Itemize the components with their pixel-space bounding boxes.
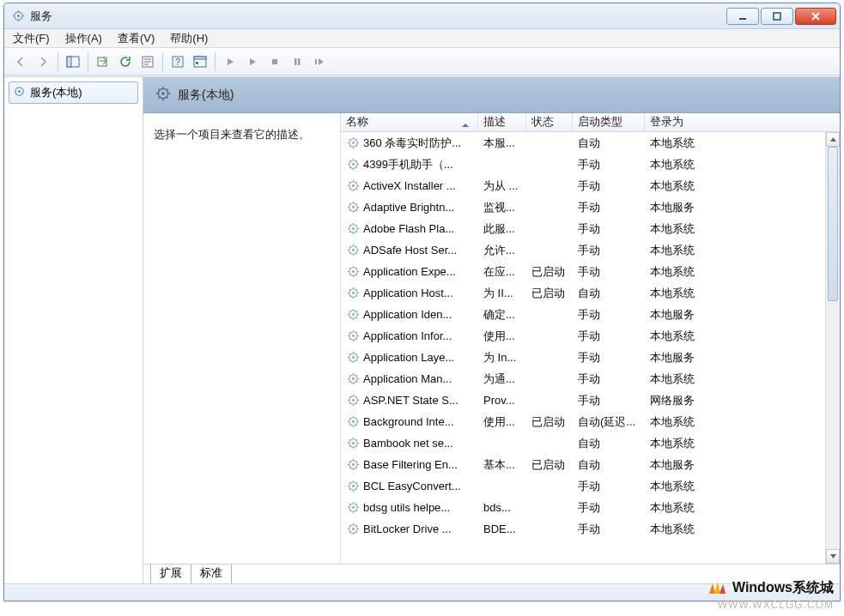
service-row[interactable]: bdsg utils helpe...bds...手动本地系统 bbox=[341, 497, 840, 518]
maximize-button[interactable] bbox=[761, 8, 793, 25]
service-row[interactable]: Background Inte...使用...已启动自动(延迟...本地系统 bbox=[341, 411, 840, 432]
svg-line-105 bbox=[349, 275, 350, 275]
start-service-alt-button[interactable] bbox=[242, 51, 263, 72]
service-row[interactable]: Application Iden...确定...手动本地服务 bbox=[341, 304, 840, 325]
tab-extended[interactable]: 扩展 bbox=[150, 565, 191, 584]
cell-desc: 确定... bbox=[478, 307, 526, 323]
col-name[interactable]: 名称 bbox=[341, 113, 478, 131]
cell-name: Adobe Flash Pla... bbox=[341, 222, 478, 236]
svg-rect-21 bbox=[294, 58, 297, 65]
titlebar[interactable]: 服务 bbox=[4, 3, 840, 29]
forward-button[interactable] bbox=[33, 51, 53, 72]
toolbar-separator bbox=[215, 52, 216, 71]
export-list-button[interactable] bbox=[93, 51, 113, 72]
col-desc[interactable]: 描述 bbox=[478, 113, 526, 131]
service-name: ADSafe Host Ser... bbox=[363, 244, 457, 257]
cell-logon: 网络服务 bbox=[645, 393, 840, 408]
cell-desc: 使用... bbox=[478, 329, 526, 344]
cell-logon: 本地系统 bbox=[645, 500, 840, 516]
svg-line-134 bbox=[355, 332, 356, 333]
service-row[interactable]: BCL EasyConvert...手动本地系统 bbox=[341, 475, 840, 497]
cell-start: 手动 bbox=[573, 178, 645, 194]
restart-service-button[interactable] bbox=[309, 51, 330, 72]
start-service-button[interactable] bbox=[220, 51, 240, 72]
close-button[interactable] bbox=[795, 8, 836, 25]
service-row[interactable]: Adaptive Brightn...监视...手动本地服务 bbox=[341, 196, 840, 218]
cell-logon: 本地系统 bbox=[645, 157, 840, 172]
service-row[interactable]: Application Infor...使用...手动本地系统 bbox=[341, 325, 840, 347]
service-row[interactable]: Application Laye...为 In...手动本地服务 bbox=[341, 347, 840, 368]
service-row[interactable]: 360 杀毒实时防护...本服...自动本地系统 bbox=[341, 132, 840, 154]
service-row[interactable]: Application Expe...在应...已启动手动本地系统 bbox=[341, 261, 840, 282]
cell-start: 手动 bbox=[573, 329, 645, 344]
cell-logon: 本地服务 bbox=[645, 307, 840, 323]
tab-standard[interactable]: 标准 bbox=[191, 565, 232, 584]
cell-start: 手动 bbox=[573, 307, 645, 323]
svg-line-65 bbox=[349, 189, 350, 190]
service-row[interactable]: BitLocker Drive ...BDE...手动本地系统 bbox=[341, 518, 840, 540]
cell-start: 手动 bbox=[573, 393, 645, 408]
menu-file[interactable]: 文件(F) bbox=[13, 31, 50, 46]
service-row[interactable]: ASP.NET State S...Prov...手动网络服务 bbox=[341, 390, 840, 411]
service-icon bbox=[346, 372, 360, 386]
svg-line-175 bbox=[349, 425, 350, 426]
svg-line-123 bbox=[355, 317, 356, 318]
svg-line-95 bbox=[349, 253, 350, 254]
toolbar-separator bbox=[162, 52, 163, 71]
svg-line-103 bbox=[355, 275, 356, 275]
menu-view[interactable]: 查看(V) bbox=[118, 31, 155, 46]
pause-service-button[interactable] bbox=[287, 51, 307, 72]
scroll-up-icon[interactable] bbox=[826, 132, 840, 147]
svg-line-145 bbox=[349, 360, 350, 361]
toolbar: ? bbox=[4, 48, 840, 75]
stop-service-button[interactable] bbox=[264, 51, 285, 72]
cell-name: Background Inte... bbox=[341, 415, 478, 429]
services-list: 名称 描述 状态 启动类型 登录为 360 杀毒实时防护...本服...自动本地… bbox=[341, 113, 840, 564]
cell-logon: 本地系统 bbox=[645, 371, 840, 387]
service-row[interactable]: Base Filtering En...基本...已启动自动本地服务 bbox=[341, 454, 840, 475]
menu-action[interactable]: 操作(A) bbox=[65, 31, 102, 46]
service-row[interactable]: Application Host...为 II...已启动自动本地系统 bbox=[341, 282, 840, 304]
back-button[interactable] bbox=[10, 51, 31, 72]
svg-line-192 bbox=[349, 461, 350, 462]
cell-name: ASP.NET State S... bbox=[341, 394, 478, 408]
col-logon[interactable]: 登录为 bbox=[645, 113, 840, 131]
scroll-thumb[interactable] bbox=[828, 147, 838, 301]
cell-name: Bambook net se... bbox=[341, 437, 478, 450]
svg-line-142 bbox=[349, 353, 350, 354]
svg-point-187 bbox=[352, 463, 355, 466]
menu-help[interactable]: 帮助(H) bbox=[170, 31, 208, 46]
service-row[interactable]: Bambook net se...自动本地系统 bbox=[341, 432, 840, 454]
col-start[interactable]: 启动类型 bbox=[573, 113, 645, 131]
cell-logon: 本地系统 bbox=[645, 522, 840, 537]
col-status[interactable]: 状态 bbox=[526, 113, 573, 131]
svg-line-93 bbox=[355, 253, 356, 254]
svg-line-193 bbox=[355, 468, 356, 468]
action-pane-button[interactable] bbox=[190, 51, 210, 72]
scroll-down-icon[interactable] bbox=[826, 549, 840, 564]
svg-line-75 bbox=[349, 210, 350, 211]
service-row[interactable]: 4399手机助手（...手动本地系统 bbox=[341, 154, 840, 175]
svg-line-83 bbox=[355, 232, 356, 233]
svg-point-47 bbox=[352, 163, 355, 166]
show-hide-tree-button[interactable] bbox=[63, 51, 83, 72]
panel-header: 服务(本地) bbox=[143, 77, 840, 113]
properties-button[interactable] bbox=[137, 51, 158, 72]
service-row[interactable]: ADSafe Host Ser...允许...手动本地系统 bbox=[341, 239, 840, 261]
minimize-button[interactable] bbox=[726, 8, 759, 25]
svg-line-64 bbox=[355, 182, 356, 183]
service-row[interactable]: Application Man...为通...手动本地系统 bbox=[341, 368, 840, 390]
svg-line-33 bbox=[167, 97, 168, 99]
svg-line-172 bbox=[349, 418, 350, 419]
cell-desc: 允许... bbox=[478, 243, 526, 258]
cell-status: 已启动 bbox=[526, 414, 573, 430]
nav-item-services-local[interactable]: 服务(本地) bbox=[9, 82, 138, 104]
svg-line-113 bbox=[355, 296, 356, 297]
svg-line-35 bbox=[158, 97, 160, 99]
service-icon bbox=[346, 437, 360, 450]
refresh-button[interactable] bbox=[115, 51, 136, 72]
vertical-scrollbar[interactable] bbox=[825, 132, 840, 564]
help-button[interactable]: ? bbox=[167, 51, 188, 72]
service-row[interactable]: Adobe Flash Pla...此服...手动本地系统 bbox=[341, 218, 840, 239]
service-row[interactable]: ActiveX Installer ...为从 ...手动本地系统 bbox=[341, 175, 840, 196]
